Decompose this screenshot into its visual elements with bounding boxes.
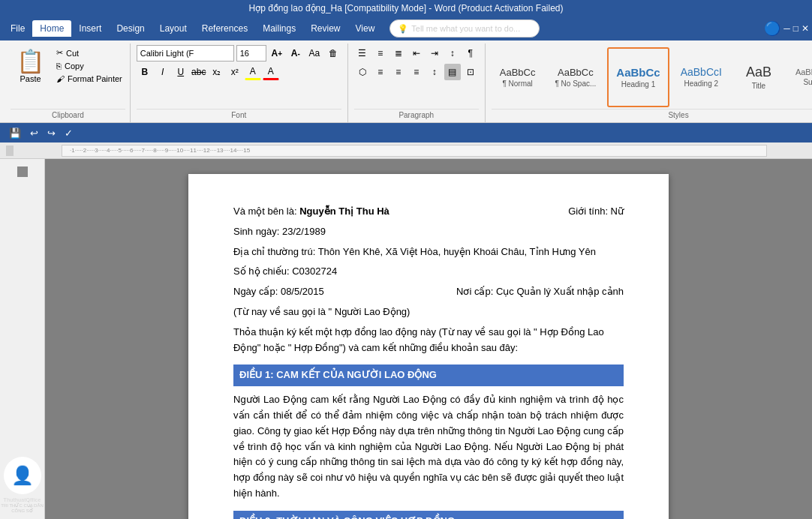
superscript-btn[interactable]: x² xyxy=(227,64,243,80)
dob-line: Sinh ngày: 23/2/1989 xyxy=(233,224,624,240)
style-heading1-label: Heading 1 xyxy=(621,80,656,88)
undo-quick-btn[interactable]: ↩ xyxy=(27,126,41,140)
redo-quick-btn[interactable]: ↪ xyxy=(44,126,59,140)
line-party-name: Và một bên là: Nguyễn Thị Thu Hà Giới tí… xyxy=(233,204,624,220)
section-1-content: Người Lao Động cam kết rằng Người Lao Độ… xyxy=(233,392,624,502)
style-heading2[interactable]: AaBbCcI Heading 2 xyxy=(672,47,730,107)
ribbon-group-styles: AaBbCc ¶ Normal AaBbCc ¶ No Spac... AaBb… xyxy=(486,44,812,122)
style-title[interactable]: AaB Title xyxy=(733,47,784,107)
passport-dates-line: Ngày cấp: 08/5/2015 Nơi cấp: Cục Quản lý… xyxy=(233,284,624,300)
copy-label: Copy xyxy=(65,62,84,70)
font-size-input[interactable] xyxy=(236,45,266,62)
user-icon[interactable]: 🔵 xyxy=(764,20,780,37)
italic-btn[interactable]: I xyxy=(155,64,171,80)
party-name-text: Và một bên là: Nguyễn Thị Thu Hà xyxy=(233,204,389,220)
paragraph-group-label: Paragraph xyxy=(354,109,479,119)
clear-format-btn[interactable]: 🗑 xyxy=(325,45,341,62)
sort-btn[interactable]: ↕ xyxy=(444,45,461,62)
agreement-intro-line: Thỏa thuận ký kết một hợp đồng lao động … xyxy=(233,325,624,356)
ruler-toggle[interactable] xyxy=(6,146,14,156)
doc-scroll-area[interactable]: Và một bên là: Nguyễn Thị Thu Hà Giới tí… xyxy=(45,159,812,519)
menu-references[interactable]: References xyxy=(194,20,255,37)
strikethrough-btn[interactable]: abc xyxy=(191,64,207,80)
menu-home[interactable]: Home xyxy=(32,20,71,37)
increase-indent-btn[interactable]: ⇥ xyxy=(426,45,443,62)
ruler: ·1·····2·····3·····4·····5·····6·····7··… xyxy=(62,145,767,157)
justify-btn[interactable]: ≡ xyxy=(408,64,425,80)
menu-view[interactable]: View xyxy=(348,20,383,37)
menu-bar: File Home Insert Design Layout Reference… xyxy=(0,16,812,40)
style-heading1[interactable]: AaBbCc Heading 1 xyxy=(607,47,669,107)
format-painter-button[interactable]: 🖌 Format Painter xyxy=(53,73,125,85)
ruler-container: ·1·····2·····3·····4·····5·····6·····7··… xyxy=(0,142,812,159)
doc-area: 👤 ThuthuatOffice TRI THỨC CỦA DÂN CÔNG S… xyxy=(0,159,812,519)
style-normal-preview: AaBbCc xyxy=(500,67,536,78)
style-normal[interactable]: AaBbCc ¶ Normal xyxy=(492,47,544,107)
style-normal-label: ¶ Normal xyxy=(502,80,532,88)
paste-label: Paste xyxy=(20,74,41,83)
sidebar-collapse-btn[interactable] xyxy=(17,166,28,177)
style-heading2-label: Heading 2 xyxy=(684,80,718,88)
issue-date-text: Ngày cấp: 08/5/2015 xyxy=(233,284,324,300)
menu-file[interactable]: File xyxy=(3,20,32,37)
style-nospace[interactable]: AaBbCc ¶ No Spac... xyxy=(546,47,604,107)
ribbon: 📋 Paste ✂ Cut ⎘ Copy 🖌 Format Painter Cl… xyxy=(0,40,812,123)
menu-review[interactable]: Review xyxy=(303,20,347,37)
paste-icon: 📋 xyxy=(17,48,44,74)
menu-design[interactable]: Design xyxy=(109,20,152,37)
change-case-btn[interactable]: Aa xyxy=(306,45,323,62)
align-left-btn[interactable]: ⬡ xyxy=(354,64,371,80)
borders-btn[interactable]: ⊡ xyxy=(462,64,479,80)
title-text: Hợp đồng lao động_Ha [Compatibility Mode… xyxy=(249,3,564,14)
cut-button[interactable]: ✂ Cut xyxy=(53,46,125,59)
menu-insert[interactable]: Insert xyxy=(71,20,109,37)
style-subtitle[interactable]: AaBbCcDd Subtitle xyxy=(787,47,812,107)
restore-btn[interactable]: □ xyxy=(793,23,798,34)
ribbon-group-clipboard: 📋 Paste ✂ Cut ⎘ Copy 🖌 Format Painter Cl… xyxy=(5,44,131,122)
increase-font-btn[interactable]: A+ xyxy=(269,45,285,62)
menu-layout[interactable]: Layout xyxy=(152,20,194,37)
document-page: Và một bên là: Nguyễn Thị Thu Hà Giới tí… xyxy=(188,174,669,519)
close-btn[interactable]: ✕ xyxy=(801,23,809,34)
bullets-btn[interactable]: ☰ xyxy=(354,45,371,62)
passport-line: Số hộ chiếu: C0302724 xyxy=(233,264,624,280)
align-center-btn[interactable]: ≡ xyxy=(372,64,389,80)
align-right-btn[interactable]: ≡ xyxy=(390,64,407,80)
bold-btn[interactable]: B xyxy=(137,64,153,80)
party-alias-line: (Từ nay về sau gọi là " Người Lao Động) xyxy=(233,304,624,320)
menu-mailings[interactable]: Mailings xyxy=(255,20,303,37)
shading-btn[interactable]: ▤ xyxy=(444,64,461,80)
paste-button[interactable]: 📋 Paste xyxy=(11,45,50,86)
save-quick-btn[interactable]: 💾 xyxy=(6,126,24,140)
autocorrect-quick-btn[interactable]: ✓ xyxy=(62,126,76,140)
show-marks-btn[interactable]: ¶ xyxy=(462,45,479,62)
address-line: Địa chỉ thường trú: Thôn Yên Khê, Xã Việ… xyxy=(233,244,624,260)
style-heading2-preview: AaBbCcI xyxy=(681,66,722,78)
lightbulb-icon: 💡 xyxy=(398,24,408,34)
style-nospace-preview: AaBbCc xyxy=(558,67,594,78)
paintbrush-icon: 🖌 xyxy=(56,74,65,83)
section-2-header: ĐIỀU 2: THỜI HẠN VÀ CÔNG VIỆC HỢP ĐỒNG xyxy=(233,511,624,519)
decrease-indent-btn[interactable]: ⇤ xyxy=(408,45,425,62)
style-heading1-preview: AaBbCc xyxy=(616,66,660,79)
decrease-font-btn[interactable]: A- xyxy=(287,45,304,62)
format-painter-label: Format Painter xyxy=(68,74,122,83)
font-family-input[interactable] xyxy=(137,45,234,62)
underline-btn[interactable]: U xyxy=(173,64,189,80)
text-highlight-btn[interactable]: A xyxy=(245,64,261,80)
minimize-btn[interactable]: ─ xyxy=(783,23,790,34)
numbering-btn[interactable]: ≡ xyxy=(372,45,389,62)
style-title-preview: AaB xyxy=(746,64,771,80)
tell-me-input[interactable]: 💡 Tell me what you want to do... xyxy=(389,20,540,38)
subscript-btn[interactable]: x₂ xyxy=(209,64,225,80)
tell-me-placeholder: Tell me what you want to do... xyxy=(411,24,520,33)
copy-button[interactable]: ⎘ Copy xyxy=(53,60,125,72)
line-spacing-btn[interactable]: ↕ xyxy=(426,64,443,80)
multilevel-btn[interactable]: ≣ xyxy=(390,45,407,62)
ribbon-group-paragraph: ☰ ≡ ≣ ⇤ ⇥ ↕ ¶ ⬡ ≡ ≡ ≡ ↕ ▤ ⊡ Paragraph xyxy=(348,44,486,122)
logo-subtitle: TRI THỨC CỦA DÂN CÔNG SỞ xyxy=(0,502,44,513)
ruler-marks: ·1·····2·····3·····4·····5·····6·····7··… xyxy=(70,147,250,154)
font-color-btn[interactable]: A xyxy=(263,64,279,80)
style-nospace-label: ¶ No Spac... xyxy=(555,80,596,88)
clipboard-small-buttons: ✂ Cut ⎘ Copy 🖌 Format Painter xyxy=(53,46,125,85)
